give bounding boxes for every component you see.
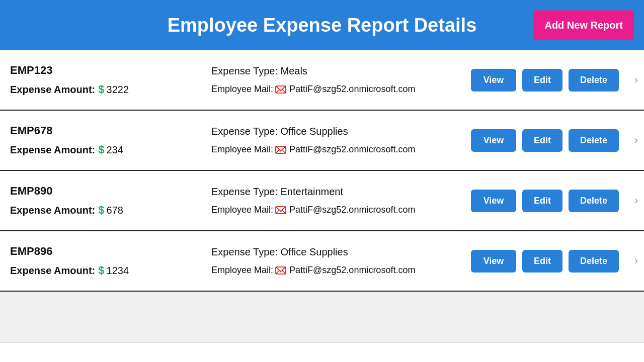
expense-amount-value: 1234 bbox=[107, 265, 129, 277]
app-container: Employee Expense Report Details Add New … bbox=[0, 0, 644, 292]
report-middle-section: Expense Type: Office Supplies Employee M… bbox=[201, 246, 471, 276]
actions-section: View Edit Delete bbox=[471, 129, 619, 152]
page-title: Employee Expense Report Details bbox=[168, 15, 477, 36]
expense-amount-label: Expense Amount: bbox=[10, 144, 95, 156]
view-button[interactable]: View bbox=[471, 129, 516, 152]
employee-id: EMP890 bbox=[10, 185, 201, 198]
report-middle-section: Expense Type: Meals Employee Mail: bbox=[201, 65, 471, 95]
expense-amount-row: Expense Amount: $ 1234 bbox=[10, 264, 201, 277]
report-row: EMP896 Expense Amount: $ 1234 Expense Ty… bbox=[0, 231, 644, 292]
chevron-right-icon: › bbox=[634, 194, 638, 207]
expense-amount-value: 678 bbox=[107, 205, 123, 216]
view-button[interactable]: View bbox=[471, 69, 516, 92]
report-middle-section: Expense Type: Entertainment Employee Mai… bbox=[201, 186, 471, 215]
expense-amount-label: Expense Amount: bbox=[10, 205, 95, 216]
edit-button[interactable]: Edit bbox=[522, 129, 562, 152]
edit-button[interactable]: Edit bbox=[522, 190, 562, 212]
view-button[interactable]: View bbox=[471, 190, 516, 212]
mail-icon bbox=[275, 146, 286, 154]
expense-type-value: Office Supplies bbox=[281, 126, 348, 137]
expense-amount-value: 234 bbox=[107, 144, 123, 156]
edit-button[interactable]: Edit bbox=[522, 250, 562, 273]
employee-mail: Employee Mail: PattiF@szg52.onmicrosoft.… bbox=[211, 265, 471, 276]
employee-mail-value: PattiF@szg52.onmicrosoft.com bbox=[289, 265, 415, 276]
report-left-section: EMP890 Expense Amount: $ 678 bbox=[10, 185, 201, 217]
report-left-section: EMP678 Expense Amount: $ 234 bbox=[10, 124, 201, 156]
employee-id: EMP678 bbox=[10, 124, 201, 137]
report-row: EMP678 Expense Amount: $ 234 Expense Typ… bbox=[0, 111, 644, 171]
employee-mail-label: Employee Mail: bbox=[211, 84, 273, 95]
employee-mail-value: PattiF@szg52.onmicrosoft.com bbox=[289, 205, 415, 215]
delete-button[interactable]: Delete bbox=[569, 69, 619, 92]
expense-type-label: Expense Type: bbox=[211, 126, 278, 137]
employee-id: EMP123 bbox=[10, 64, 201, 77]
actions-section: View Edit Delete bbox=[471, 69, 619, 92]
mail-icon bbox=[275, 266, 286, 275]
expense-amount-label: Expense Amount: bbox=[10, 84, 95, 96]
report-left-section: EMP123 Expense Amount: $ 3222 bbox=[10, 64, 201, 96]
dollar-sign-icon: $ bbox=[98, 264, 104, 277]
footer-bar bbox=[0, 342, 644, 362]
employee-id: EMP896 bbox=[10, 245, 201, 258]
delete-button[interactable]: Delete bbox=[569, 129, 619, 152]
expense-amount-row: Expense Amount: $ 678 bbox=[10, 204, 201, 217]
report-left-section: EMP896 Expense Amount: $ 1234 bbox=[10, 245, 201, 277]
expense-amount-row: Expense Amount: $ 3222 bbox=[10, 83, 201, 96]
report-row: EMP890 Expense Amount: $ 678 Expense Typ… bbox=[0, 171, 644, 231]
employee-mail: Employee Mail: PattiF@szg52.onmicrosoft.… bbox=[211, 144, 471, 155]
add-new-report-button[interactable]: Add New Report bbox=[533, 11, 634, 40]
expense-type: Expense Type: Office Supplies bbox=[211, 246, 471, 258]
page-header: Employee Expense Report Details Add New … bbox=[0, 0, 644, 50]
employee-mail-label: Employee Mail: bbox=[211, 265, 273, 276]
actions-section: View Edit Delete bbox=[471, 250, 619, 273]
expense-type-value: Entertainment bbox=[281, 186, 344, 197]
expense-type-label: Expense Type: bbox=[211, 246, 278, 257]
expense-type-label: Expense Type: bbox=[211, 65, 278, 76]
report-middle-section: Expense Type: Office Supplies Employee M… bbox=[201, 126, 471, 155]
delete-button[interactable]: Delete bbox=[569, 250, 619, 273]
reports-list: EMP123 Expense Amount: $ 3222 Expense Ty… bbox=[0, 50, 644, 292]
chevron-right-icon: › bbox=[634, 73, 638, 86]
employee-mail: Employee Mail: PattiF@szg52.onmicrosoft.… bbox=[211, 84, 471, 95]
report-row: EMP123 Expense Amount: $ 3222 Expense Ty… bbox=[0, 50, 644, 111]
employee-mail-label: Employee Mail: bbox=[211, 205, 273, 215]
expense-type: Expense Type: Meals bbox=[211, 65, 471, 77]
expense-amount-row: Expense Amount: $ 234 bbox=[10, 143, 201, 156]
expense-amount-label: Expense Amount: bbox=[10, 265, 95, 277]
mail-icon bbox=[275, 206, 286, 214]
chevron-right-icon: › bbox=[634, 254, 638, 267]
expense-amount-value: 3222 bbox=[107, 84, 129, 96]
actions-section: View Edit Delete bbox=[471, 190, 619, 212]
expense-type-value: Meals bbox=[281, 65, 307, 76]
delete-button[interactable]: Delete bbox=[569, 190, 619, 212]
edit-button[interactable]: Edit bbox=[522, 69, 562, 92]
mail-icon bbox=[275, 85, 286, 94]
employee-mail-value: PattiF@szg52.onmicrosoft.com bbox=[289, 84, 415, 95]
expense-type: Expense Type: Office Supplies bbox=[211, 126, 471, 137]
expense-type: Expense Type: Entertainment bbox=[211, 186, 471, 198]
dollar-sign-icon: $ bbox=[98, 143, 104, 156]
employee-mail-label: Employee Mail: bbox=[211, 144, 273, 155]
employee-mail: Employee Mail: PattiF@szg52.onmicrosoft.… bbox=[211, 205, 471, 215]
expense-type-value: Office Supplies bbox=[281, 246, 348, 257]
employee-mail-value: PattiF@szg52.onmicrosoft.com bbox=[289, 144, 415, 155]
expense-type-label: Expense Type: bbox=[211, 186, 278, 197]
view-button[interactable]: View bbox=[471, 250, 516, 273]
dollar-sign-icon: $ bbox=[98, 83, 104, 96]
chevron-right-icon: › bbox=[634, 134, 638, 147]
dollar-sign-icon: $ bbox=[98, 204, 104, 217]
